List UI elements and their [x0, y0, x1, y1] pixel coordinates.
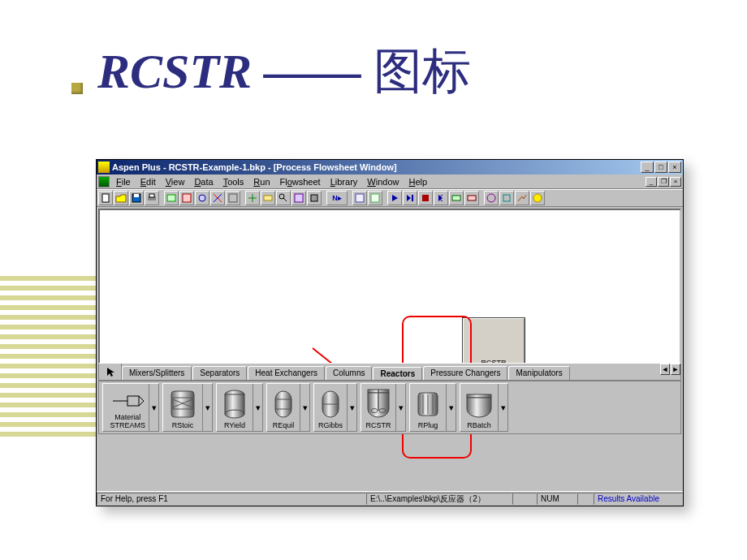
tool-btn11[interactable] [261, 191, 275, 205]
tool-btn9[interactable] [226, 191, 240, 205]
requil-dropdown[interactable]: ▾ [300, 384, 309, 431]
menu-view[interactable]: View [161, 177, 190, 187]
svg-rect-20 [503, 195, 510, 201]
menubar: File Edit View Data Tools Run Flowsheet … [97, 174, 683, 189]
tool-btn5[interactable] [164, 191, 179, 205]
lib-material-streams[interactable]: MaterialSTREAMS ▾ [102, 383, 159, 432]
tool-btn8[interactable] [210, 191, 225, 205]
tool-btn27[interactable] [530, 191, 545, 205]
tool-btn7[interactable] [195, 191, 209, 205]
menu-window[interactable]: Window [362, 177, 404, 187]
minimize-button[interactable]: _ [641, 162, 654, 173]
lib-ryield[interactable]: RYield ▾ [216, 383, 263, 432]
lib-requil[interactable]: REquil ▾ [266, 383, 310, 432]
svg-rect-29 [127, 396, 139, 406]
tool-stop[interactable] [418, 191, 433, 205]
rbatch-dropdown[interactable]: ▾ [498, 384, 507, 431]
rplug-label: RPlug [418, 421, 438, 429]
tabs-scroll-right[interactable]: ► [671, 364, 680, 375]
tool-btn26[interactable] [515, 191, 529, 205]
tabs-scroll-left[interactable]: ◄ [660, 364, 670, 375]
tool-btn6[interactable] [179, 191, 194, 205]
svg-rect-14 [371, 194, 379, 202]
tab-separators[interactable]: Separators [192, 366, 247, 380]
streams-label-1: Material [114, 413, 140, 421]
rcstr-lib-icon [365, 388, 392, 420]
tab-mixers[interactable]: Mixers/Splitters [122, 366, 192, 380]
tab-manipulators[interactable]: Manipulators [508, 366, 569, 380]
tool-run[interactable] [387, 191, 402, 205]
tab-heat-exchangers[interactable]: Heat Exchangers [248, 366, 325, 380]
tool-btn17[interactable] [368, 191, 382, 205]
svg-rect-30 [171, 391, 194, 417]
svg-rect-18 [468, 196, 476, 200]
tool-print[interactable] [145, 191, 159, 205]
rplug-dropdown[interactable]: ▾ [446, 384, 456, 431]
tab-pressure-changers[interactable]: Pressure Changers [423, 366, 507, 380]
menu-data[interactable]: Data [189, 177, 218, 187]
tool-btn13[interactable] [291, 191, 306, 205]
svg-point-21 [533, 194, 542, 202]
svg-rect-48 [467, 394, 491, 398]
lib-rplug[interactable]: RPlug ▾ [409, 383, 456, 432]
tool-btn25[interactable] [499, 191, 514, 205]
streams-dropdown[interactable]: ▾ [149, 384, 158, 431]
lib-rstoic[interactable]: RStoic ▾ [162, 383, 213, 432]
svg-rect-5 [167, 195, 175, 201]
window-title: Aspen Plus - RCSTR-Example-1.bkp - [Proc… [112, 162, 641, 172]
menu-library[interactable]: Library [326, 177, 363, 187]
ryield-icon [220, 388, 249, 420]
mdi-minimize-button[interactable]: _ [646, 177, 657, 187]
svg-rect-13 [356, 194, 364, 202]
mdi-close-button[interactable]: × [670, 177, 681, 187]
rgibbs-dropdown[interactable]: ▾ [347, 384, 356, 431]
tab-reactors[interactable]: Reactors [373, 367, 422, 380]
tool-save[interactable] [129, 191, 144, 205]
mdi-restore-button[interactable]: ❐ [658, 177, 669, 187]
menu-tools[interactable]: Tools [218, 177, 249, 187]
model-category-row: Mixers/Splitters Separators Heat Exchang… [98, 363, 681, 381]
menu-flowsheet[interactable]: Flowsheet [275, 177, 326, 187]
tool-new[interactable] [98, 191, 113, 205]
svg-rect-2 [134, 194, 139, 197]
svg-rect-11 [295, 194, 303, 202]
icon-slot-1[interactable]: RCSTR [463, 318, 525, 368]
menu-help[interactable]: Help [404, 177, 432, 187]
pointer-tool[interactable] [99, 364, 122, 380]
svg-rect-12 [311, 195, 317, 201]
lib-rcstr[interactable]: RCSTR ▾ [361, 383, 406, 432]
tool-next[interactable]: N▸ [326, 191, 348, 205]
tool-btn22[interactable] [449, 191, 464, 205]
tool-btn12[interactable] [276, 191, 291, 205]
tool-btn10[interactable] [245, 191, 260, 205]
lib-rbatch[interactable]: RBatch ▾ [460, 383, 508, 432]
tool-btn24[interactable] [484, 191, 499, 205]
menu-edit[interactable]: Edit [136, 177, 161, 187]
slide-bullet [71, 83, 83, 94]
svg-rect-9 [264, 196, 272, 200]
tab-columns[interactable]: Columns [326, 366, 372, 380]
tool-btn14[interactable] [307, 191, 322, 205]
tool-step[interactable] [403, 191, 417, 205]
tool-reinit[interactable] [434, 191, 448, 205]
maximize-button[interactable]: □ [654, 162, 667, 173]
svg-rect-17 [452, 196, 460, 200]
tool-open[interactable] [114, 191, 128, 205]
mdi-child-icon[interactable] [98, 176, 110, 187]
rcstr-dropdown[interactable]: ▾ [395, 384, 405, 431]
rstoic-label: RStoic [172, 421, 194, 429]
svg-point-34 [225, 410, 244, 418]
ryield-dropdown[interactable]: ▾ [253, 384, 262, 431]
rstoic-dropdown[interactable]: ▾ [202, 384, 212, 431]
titlebar[interactable]: Aspen Plus - RCSTR-Example-1.bkp - [Proc… [97, 160, 683, 174]
tool-btn23[interactable] [464, 191, 479, 205]
close-button[interactable]: × [668, 162, 681, 173]
category-tabs: Mixers/Splitters Separators Heat Exchang… [122, 364, 659, 380]
menu-run[interactable]: Run [248, 177, 274, 187]
app-window: Aspen Plus - RCSTR-Example-1.bkp - [Proc… [96, 159, 684, 506]
menu-file[interactable]: File [111, 177, 136, 187]
status-results: Results Available [594, 493, 683, 505]
lib-rgibbs[interactable]: RGibbs ▾ [313, 383, 357, 432]
svg-point-19 [487, 194, 495, 202]
tool-btn16[interactable] [352, 191, 367, 205]
